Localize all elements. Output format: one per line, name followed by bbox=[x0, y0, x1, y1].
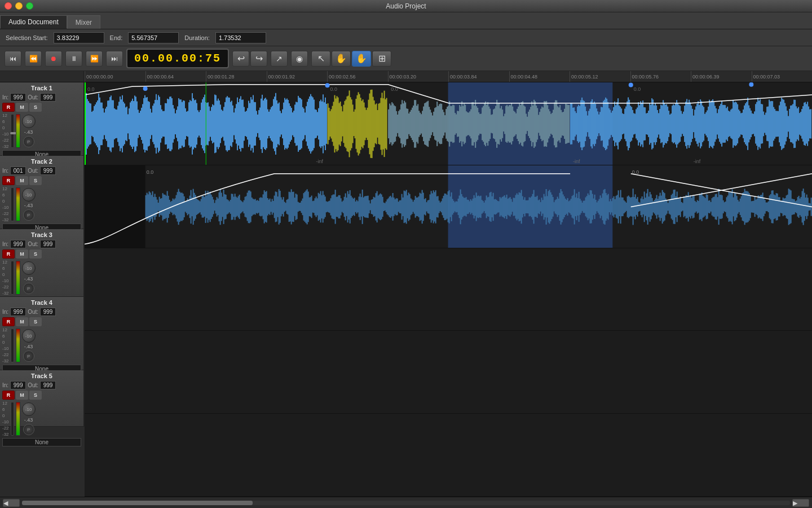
track-2-pan-knob[interactable]: P bbox=[23, 209, 34, 221]
track-headers-column: Track 1 In: 999 Out: 999 R M S 12 6 0 -1… bbox=[0, 71, 85, 497]
track-1-solo-button[interactable]: S bbox=[29, 103, 42, 112]
track-2-out: 999 bbox=[40, 167, 56, 175]
track-5-out: 999 bbox=[40, 381, 56, 389]
track-contents-column: 00:00:00.0000:00:00.6400:00:01.2800:00:0… bbox=[85, 71, 812, 497]
track-5-record-button[interactable]: R bbox=[2, 391, 15, 400]
timeline-area: Track 1 In: 999 Out: 999 R M S 12 6 0 -1… bbox=[0, 71, 812, 497]
ruler-mark: 00:00:03.20 bbox=[388, 71, 417, 82]
close-button[interactable] bbox=[5, 2, 12, 10]
selection-start-input[interactable] bbox=[54, 32, 104, 43]
track-5-pan-knob[interactable]: P bbox=[23, 424, 34, 435]
tab-audio-document[interactable]: Audio Document bbox=[0, 15, 67, 29]
tab-mixer[interactable]: Mixer bbox=[67, 15, 100, 29]
playhead bbox=[85, 82, 86, 165]
track-2-fader[interactable] bbox=[11, 187, 14, 221]
track-5-send: None bbox=[2, 438, 81, 446]
ruler-mark: 00:00:05.12 bbox=[570, 71, 598, 82]
track-2-solo-button[interactable]: S bbox=[29, 176, 42, 185]
fast-forward-button[interactable]: ⏩ bbox=[86, 51, 103, 67]
track-5-fader-area: 12 6 0 -10 -22 -32 -10 -.43 P bbox=[2, 401, 81, 437]
track-1-record-button[interactable]: R bbox=[2, 103, 15, 112]
selectionbar: Selection Start: End: Duration: bbox=[0, 29, 812, 46]
duration-input[interactable] bbox=[215, 32, 266, 43]
scrub-tool-button[interactable]: ✋ bbox=[352, 51, 371, 67]
track-3-out: 999 bbox=[40, 240, 56, 248]
track-4-buttons: R M S bbox=[2, 317, 81, 326]
track-4-name: Track 4 bbox=[2, 299, 81, 306]
rewind-button[interactable]: ⏪ bbox=[25, 51, 42, 67]
export-button[interactable]: ↗ bbox=[271, 51, 288, 67]
tool-group: ↖ ✋ ✋ ⊞ bbox=[311, 51, 391, 67]
undo-button[interactable]: ↩ bbox=[232, 51, 249, 67]
track-4-mute-button[interactable]: M bbox=[16, 317, 28, 326]
track-5-solo-button[interactable]: S bbox=[29, 391, 42, 400]
track-1-pan-knob[interactable]: P bbox=[23, 136, 34, 147]
track-1-fader[interactable] bbox=[11, 114, 14, 148]
track-2-volume-knob[interactable]: -10 bbox=[22, 188, 36, 202]
track-2-waveform bbox=[85, 165, 812, 248]
track-3-pan-knob[interactable]: P bbox=[23, 283, 34, 294]
pause-button[interactable]: ⏸ bbox=[65, 51, 82, 67]
loop-button[interactable]: ◉ bbox=[291, 51, 308, 67]
track-4-pan-knob[interactable]: P bbox=[23, 351, 34, 362]
track-1-io: In: 999 Out: 999 bbox=[2, 93, 81, 102]
track-2-fader-area: 12 6 0 -10 -22 -32 -10 -.43 P bbox=[2, 186, 81, 222]
scroll-right-button[interactable]: ▶ bbox=[792, 499, 809, 507]
maximize-button[interactable] bbox=[26, 2, 33, 10]
track-4-waveform bbox=[85, 331, 812, 413]
track-3-mute-button[interactable]: M bbox=[16, 249, 28, 259]
track-4-record-button[interactable]: R bbox=[2, 317, 15, 326]
track-1-in: 999 bbox=[10, 93, 26, 102]
track-2-content[interactable] bbox=[85, 165, 812, 248]
grid-button[interactable]: ⊞ bbox=[372, 51, 391, 67]
duration-label: Duration: bbox=[184, 34, 210, 41]
minimize-button[interactable] bbox=[15, 2, 23, 10]
track-3-buttons: R M S bbox=[2, 249, 81, 259]
track-1-mute-button[interactable]: M bbox=[16, 103, 28, 112]
track-2-mute-button[interactable]: M bbox=[16, 176, 28, 185]
grab-tool-button[interactable]: ✋ bbox=[332, 51, 351, 67]
select-tool-button[interactable]: ↖ bbox=[311, 51, 330, 67]
ruler-mark: 00:00:05.76 bbox=[630, 71, 659, 82]
track-5-meter bbox=[16, 402, 20, 436]
track-3-fader[interactable] bbox=[11, 261, 14, 295]
ruler-mark: 00:00:00.00 bbox=[85, 71, 113, 82]
track-5-volume-knob[interactable]: -10 bbox=[22, 402, 36, 416]
ruler-mark: 00:00:00.64 bbox=[145, 71, 174, 82]
time-ruler: 00:00:00.0000:00:00.6400:00:01.2800:00:0… bbox=[85, 71, 812, 82]
track-4-volume-knob[interactable]: -10 bbox=[22, 329, 36, 343]
track-3-in: 999 bbox=[10, 240, 26, 248]
track-1-meter bbox=[16, 114, 20, 148]
selection-end-label: End: bbox=[110, 34, 123, 41]
window-title: Audio Project bbox=[386, 2, 426, 10]
rewind-start-button[interactable]: ⏮ bbox=[5, 51, 21, 67]
track-4-content[interactable] bbox=[85, 331, 812, 414]
track-5-mute-button[interactable]: M bbox=[16, 391, 28, 400]
track-3-volume-knob[interactable]: -10 bbox=[22, 261, 36, 275]
track-4-solo-button[interactable]: S bbox=[29, 317, 42, 326]
track-3-record-button[interactable]: R bbox=[2, 249, 15, 259]
track-1-header: Track 1 In: 999 Out: 999 R M S 12 6 0 -1… bbox=[0, 82, 85, 156]
track-5-content[interactable] bbox=[85, 414, 812, 497]
track-2-record-button[interactable]: R bbox=[2, 176, 15, 185]
track-4-fader[interactable] bbox=[11, 329, 14, 362]
track-1-content[interactable] bbox=[85, 82, 812, 165]
scrollbar[interactable]: ◀ ▶ bbox=[0, 497, 812, 508]
selection-end-input[interactable] bbox=[128, 32, 179, 43]
track-1-volume-knob[interactable]: -10 bbox=[22, 115, 36, 128]
record-button[interactable]: ⏺ bbox=[45, 51, 62, 67]
end-button[interactable]: ⏭ bbox=[106, 51, 123, 67]
scrollbar-thumb[interactable] bbox=[22, 501, 253, 505]
transportbar: ⏮ ⏪ ⏺ ⏸ ⏩ ⏭ 00.00.00:75 ↩ ↪ ↗ ◉ ↖ ✋ ✋ ⊞ bbox=[0, 46, 812, 71]
track-3-header: Track 3 In: 999 Out: 999 R M S 12 6 0 -1… bbox=[0, 229, 85, 297]
scrollbar-track[interactable] bbox=[22, 501, 790, 505]
redo-button[interactable]: ↪ bbox=[250, 51, 267, 67]
scroll-left-button[interactable]: ◀ bbox=[3, 499, 20, 507]
track-3-content[interactable] bbox=[85, 248, 812, 331]
window-controls bbox=[5, 2, 33, 10]
track-5-buttons: R M S bbox=[2, 391, 81, 400]
track-2-header: Track 2 In: 001 Out: 999 R M S 12 6 0 -1… bbox=[0, 156, 85, 229]
track-1-name: Track 1 bbox=[2, 85, 81, 91]
track-5-fader[interactable] bbox=[11, 402, 14, 436]
track-3-solo-button[interactable]: S bbox=[29, 249, 42, 259]
